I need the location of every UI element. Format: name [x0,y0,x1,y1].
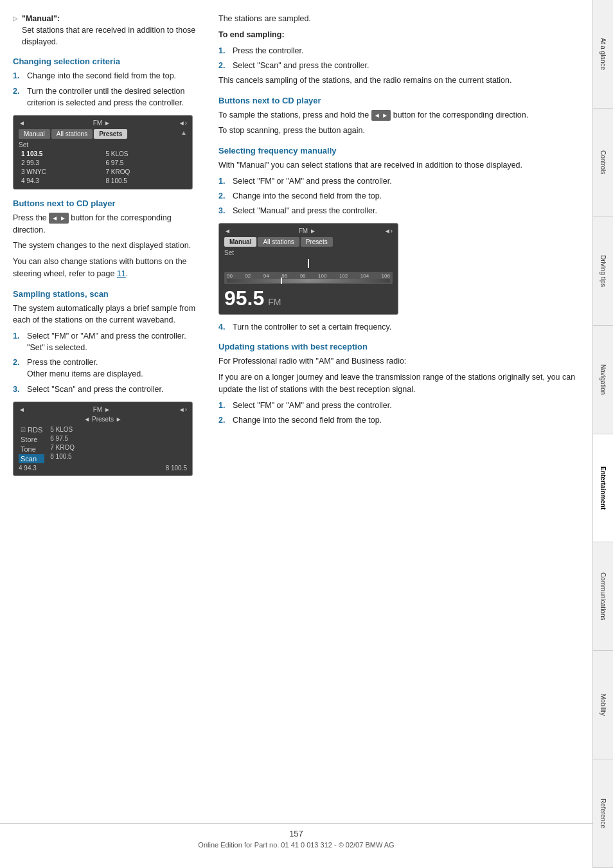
fm-bottom-row: 4 94.3 8 100.5 [19,465,187,472]
fm-tabs-3: Manual All stations Presets [224,237,393,247]
update-step1-num: 1. [218,400,229,411]
bullet-triangle-icon: ▷ [13,14,18,48]
fm-tab-manual[interactable]: Manual [19,129,50,139]
manual-bullet-content: "Manual": Set stations that are received… [22,13,199,48]
update-p1: For Professional radio with "AM" and Bus… [218,355,586,368]
freq-step4-num: 4. [218,321,229,333]
fm-cursor-container [224,258,393,269]
tab-mobility[interactable]: Mobility [593,651,613,759]
fm-big-freq: 95.5 [224,287,264,310]
fm-tabs-1: Manual All stations Presets ▲ [19,129,187,139]
cd-left-p1: Press the ◄ ► button for the correspondi… [13,212,199,236]
fm-display-2: ◄ FM ► ◄› ◄ Presets ► ☑ RDS Store Tone S… [13,402,193,476]
scan-step1: 1. Select "FM" or "AM" and press the con… [13,330,199,353]
fm-display-3: ◄ FM ► ◄› Manual All stations Presets Se… [218,223,398,315]
fm-label-3: FM ► [299,227,316,235]
manual-bullet-label: "Manual": [22,14,60,23]
fm-rstation-1: 5 KLOS [48,425,76,434]
fm-tick-98: 98 [300,273,306,279]
fm-top-bar-3: ◄ FM ► ◄› [224,227,393,235]
page-footer: 157 Online Edition for Part no. 01 41 0 … [0,823,592,849]
tab-driving-tips[interactable]: Driving tips [593,217,613,326]
cd-right-p1: To sample the stations, press and hold t… [218,109,586,121]
freq-step4-text: Turn the controller to set a certain fre… [233,321,586,333]
update-step2-num: 2. [218,414,229,426]
fm-station-5: 5 KLOS [103,150,188,158]
fm-rstation-4: 8 100.5 [48,452,76,461]
fm-back-icon-3: ◄ [224,227,231,235]
fm-tick-92: 92 [245,273,251,279]
fm-scale-bar [227,279,390,283]
step-1-2-num: 2. [13,85,23,109]
tab-reference[interactable]: Reference [593,759,613,868]
cd-left-p3: You can also change stations with button… [13,256,199,280]
right-column: The stations are sampled. To end samplin… [212,13,586,855]
fm-tab-presets[interactable]: Presets [94,129,127,139]
fm-tab-all-3[interactable]: All stations [258,237,299,247]
fm-store-item: Store [19,435,44,444]
step-1-2-text: Turn the controller until the desired se… [27,85,199,109]
step-1-1: 1. Change into the second field from the… [13,70,199,82]
fm-tab-all[interactable]: All stations [51,129,93,139]
left-column: ▷ "Manual": Set stations that are receiv… [13,13,212,855]
tab-controls[interactable]: Controls [593,109,613,217]
fm-menu-left: ☑ RDS Store Tone Scan [19,425,44,463]
fm-tab-manual-3[interactable]: Manual [224,237,256,247]
section-cd-left-heading: Buttons next to CD player [13,199,199,208]
update-step1-text: Select "FM" or "AM" and press the contro… [233,400,586,411]
update-p2: If you are on a longer journey and leave… [218,371,586,396]
tab-at-a-glance[interactable]: At a glance [593,0,613,109]
freq-step2-text: Change into the second field from the to… [233,190,586,202]
fm-station-1: 1 103.5 [19,150,103,158]
scan-step3-num: 3. [13,384,23,395]
scan-step2: 2. Press the controller. Other menu item… [13,357,199,380]
page-link-11[interactable]: 11 [117,269,126,278]
section-update-heading: Updating stations with best reception [218,342,586,351]
fm-rds-item: ☑ RDS [19,425,44,434]
section-freq-heading: Selecting frequency manually [218,146,586,155]
right-tabs: At a glance Controls Driving tips Naviga… [592,0,613,868]
cd-btn-icon: ◄ ► [49,213,69,224]
fm-big-label: FM [268,297,281,307]
update-step2-text: Change into the second field from the to… [233,414,586,426]
copyright-text: Online Edition for Part no. 01 41 0 013 … [0,841,592,849]
freq-step2: 2. Change into the second field from the… [218,190,586,202]
fm-marker [281,278,282,284]
fm-rstation-3: 7 KROQ [48,443,76,452]
checkbox-icon: ☑ [21,427,26,433]
freq-step1-num: 1. [218,175,229,187]
sampled-text: The stations are sampled. [218,13,586,25]
freq-step3-text: Select "Manual" and press the controller… [233,205,586,217]
fm-label-2: FM ► [93,406,111,413]
fm-tick-96: 96 [281,273,287,279]
cd-btn-right-icon: ◄ ► [371,110,391,121]
freq-step2-num: 2. [218,190,229,202]
fm-scale-labels: 90 92 94 96 98 100 102 104 106 [227,273,390,279]
scan-step3: 3. Select "Scan" and press the controlle… [13,384,199,395]
fm-station-grid: 1 103.5 5 KLOS 2 99.3 6 97.5 3 WNYC 7 KR… [19,150,187,185]
fm-station-7: 7 KROQ [103,168,188,176]
fm-scale: 90 92 94 96 98 100 102 104 106 [224,272,393,284]
fm-bottom-right: 8 100.5 [166,465,187,472]
fm-nav-icon-3: ◄› [384,227,393,235]
page-number: 157 [0,829,592,838]
fm-cursor-icon [308,259,309,268]
scan-step2-content: Press the controller. Other menu items a… [27,357,199,380]
fm-display-1: ◄ FM ► ◄› Manual All stations Presets ▲ … [13,115,193,190]
right-step2-text: Select "Scan" and press the controller. [233,60,586,71]
tab-entertainment[interactable]: Entertainment [593,434,613,543]
fm-tab-presets-3[interactable]: Presets [301,237,333,247]
fm-back-icon: ◄ [19,120,25,127]
fm-tick-106: 106 [382,273,390,279]
fm-big-freq-container: 95.5 FM [224,287,393,310]
fm-station-4: 4 94.3 [19,177,103,185]
right-step2: 2. Select "Scan" and press the controlle… [218,60,586,71]
fm-scan-item: Scan [19,454,44,463]
fm-tick-90: 90 [227,273,233,279]
cd-left-p2: The system changes to the next displayed… [13,240,199,252]
tab-navigation[interactable]: Navigation [593,326,613,434]
tab-communications[interactable]: Communications [593,542,613,651]
fm-tick-102: 102 [339,273,348,279]
manual-bullet-text: Set stations that are received in additi… [22,26,195,46]
scan-step2-num: 2. [13,357,23,380]
